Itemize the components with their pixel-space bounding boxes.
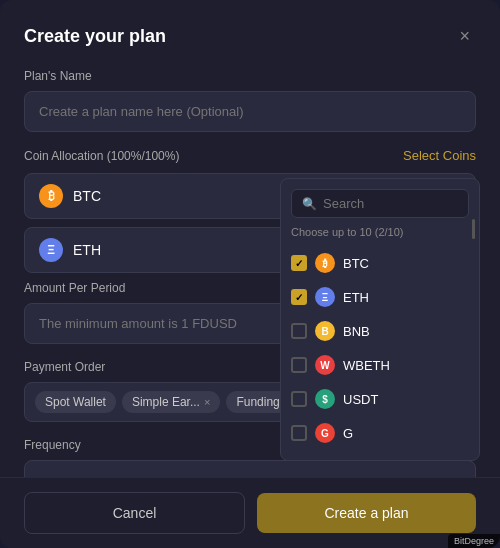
dropdown-item-bnb[interactable]: B BNB <box>281 314 479 348</box>
dropdown-item-g[interactable]: G G <box>281 416 479 450</box>
checkbox-g[interactable] <box>291 425 307 441</box>
checkbox-usdt[interactable] <box>291 391 307 407</box>
dropdown-search-input[interactable] <box>323 196 458 211</box>
dropdown-g-label: G <box>343 426 353 441</box>
close-button[interactable]: × <box>453 24 476 49</box>
scrollbar <box>472 219 475 239</box>
dropdown-item-usdt[interactable]: $ USDT <box>281 382 479 416</box>
plan-name-input[interactable] <box>24 91 476 132</box>
dropdown-item-eth[interactable]: Ξ ETH <box>281 280 479 314</box>
create-plan-button[interactable]: Create a plan <box>257 493 476 533</box>
cancel-button[interactable]: Cancel <box>24 492 245 534</box>
eth-label: ETH <box>73 242 101 258</box>
plan-name-label: Plan's Name <box>24 69 476 83</box>
eth-icon: Ξ <box>39 238 63 262</box>
dropdown-wbeth-label: WBETH <box>343 358 390 373</box>
search-icon: 🔍 <box>302 197 317 211</box>
dropdown-btc-label: BTC <box>343 256 369 271</box>
dropdown-eth-icon: Ξ <box>315 287 335 307</box>
tag-spot-wallet[interactable]: Spot Wallet <box>35 391 116 413</box>
dropdown-eth-label: ETH <box>343 290 369 305</box>
checkbox-wbeth[interactable] <box>291 357 307 373</box>
modal-footer: Cancel Create a plan <box>0 477 500 548</box>
dropdown-wbeth-icon: W <box>315 355 335 375</box>
bitdegree-badge: BitDegree <box>448 534 500 548</box>
dropdown-usdt-label: USDT <box>343 392 378 407</box>
dropdown-btc-icon: ₿ <box>315 253 335 273</box>
btc-icon: ₿ <box>39 184 63 208</box>
modal-title: Create your plan <box>24 26 166 47</box>
select-coins-link[interactable]: Select Coins <box>403 148 476 163</box>
btc-label: BTC <box>73 188 101 204</box>
coin-allocation-label: Coin Allocation (100%/100%) <box>24 149 179 163</box>
dropdown-item-wbeth[interactable]: W WBETH <box>281 348 479 382</box>
dropdown-usdt-icon: $ <box>315 389 335 409</box>
checkbox-bnb[interactable] <box>291 323 307 339</box>
dropdown-bnb-icon: B <box>315 321 335 341</box>
search-box: 🔍 <box>291 189 469 218</box>
tag-simple-earn[interactable]: Simple Ear... × <box>122 391 220 413</box>
dropdown-hint: Choose up to 10 (2/10) <box>281 226 479 246</box>
checkbox-btc[interactable] <box>291 255 307 271</box>
create-plan-modal: Create your plan × Plan's Name Coin Allo… <box>0 0 500 548</box>
dropdown-bnb-label: BNB <box>343 324 370 339</box>
modal-header: Create your plan × <box>24 24 476 49</box>
dropdown-g-icon: G <box>315 423 335 443</box>
tag-simple-earn-remove[interactable]: × <box>204 396 210 408</box>
checkbox-eth[interactable] <box>291 289 307 305</box>
dropdown-item-btc[interactable]: ₿ BTC <box>281 246 479 280</box>
coin-allocation-header: Coin Allocation (100%/100%) Select Coins <box>24 148 476 163</box>
coin-dropdown: 🔍 Choose up to 10 (2/10) ₿ BTC Ξ ETH B B… <box>280 178 480 461</box>
